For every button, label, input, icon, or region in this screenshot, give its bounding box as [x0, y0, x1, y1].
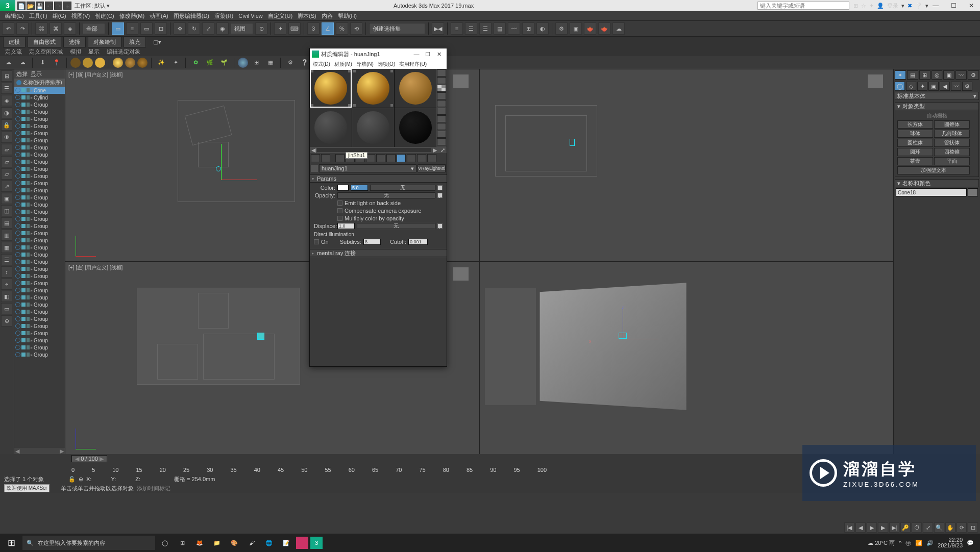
edge-icon[interactable]: 🌐 — [261, 535, 277, 550]
menu-civilview[interactable]: Civil View — [238, 13, 262, 19]
render-icon[interactable] — [27, 110, 30, 114]
coord-y[interactable]: Y: — [111, 476, 116, 482]
unlink-button[interactable]: ⌘ — [50, 22, 62, 35]
arrow-down-icon[interactable]: ⬇ — [36, 57, 48, 69]
curve-editor-button[interactable]: 〰 — [508, 22, 520, 35]
visibility-icon[interactable] — [15, 173, 20, 179]
panel-editsel[interactable]: 编辑选定对象 — [107, 48, 140, 56]
zoom-button[interactable]: 🔍 — [934, 522, 944, 533]
tree-item[interactable]: ▸Group — [14, 258, 65, 265]
render-icon[interactable] — [27, 188, 30, 192]
mat-menu-nav[interactable]: 导航(N) — [356, 61, 374, 68]
next-frame-button[interactable]: ▶ — [878, 522, 888, 533]
help-search[interactable] — [757, 2, 849, 10]
sel3-icon[interactable]: ▱ — [1, 168, 12, 180]
visibility-icon[interactable] — [15, 259, 20, 264]
render-icon[interactable] — [27, 160, 30, 164]
options-icon[interactable] — [437, 115, 446, 122]
tree-item[interactable]: ▸Group — [14, 101, 65, 108]
ref-coord-dropdown[interactable]: 视图 — [231, 23, 253, 34]
tree-item[interactable]: ▸Group — [14, 265, 65, 272]
select-name-button[interactable]: ≡ — [126, 22, 138, 35]
cat-spacewarps[interactable]: 〰 — [951, 82, 961, 91]
visibility-icon[interactable] — [15, 338, 20, 343]
visibility-icon[interactable] — [15, 309, 20, 314]
obj-geosphere[interactable]: 几何球体 — [934, 130, 970, 138]
tray-chevron-icon[interactable]: ^ — [899, 540, 901, 546]
addkey-label[interactable]: 添加时间标记 — [137, 485, 170, 492]
particle-icon[interactable]: ✦ — [169, 57, 182, 69]
3dsmax-taskbar-icon[interactable]: 3 — [310, 537, 323, 549]
expand-icon[interactable]: ▸ — [31, 274, 33, 279]
star2-icon[interactable]: ✦ — [869, 3, 874, 9]
select-similar[interactable]: ◈ — [1, 95, 12, 106]
video-check-icon[interactable] — [437, 100, 446, 107]
tray-date[interactable]: 2021/9/23 — [938, 542, 963, 548]
volume-icon[interactable]: 🔊 — [926, 540, 934, 546]
minimize-button[interactable]: — — [933, 2, 939, 9]
visibility-icon[interactable] — [15, 252, 20, 257]
explorer-icon[interactable]: 📁 — [209, 535, 225, 550]
render-icon[interactable] — [27, 145, 30, 149]
visibility-icon[interactable] — [15, 123, 20, 129]
freeze-icon[interactable] — [21, 310, 26, 314]
put-material-button[interactable] — [321, 154, 330, 162]
freeze-icon[interactable] — [21, 88, 26, 92]
grass-icon[interactable]: ✿ — [189, 57, 202, 69]
project-icon[interactable]: ⊞ — [63, 2, 71, 10]
render-frame-button[interactable]: ▣ — [570, 22, 582, 35]
mat-menu-options[interactable]: 选项(O) — [378, 61, 395, 68]
freeze-icon[interactable] — [21, 267, 26, 271]
settings-icon[interactable]: ⚙ — [284, 57, 297, 69]
material-editor-titlebar[interactable]: 材质编辑器 - huanJing1 — ☐ ✕ — [310, 48, 447, 60]
maximize-viewport-button[interactable]: ⊡ — [968, 522, 978, 533]
object-name-input[interactable] — [896, 188, 967, 196]
visibility-icon[interactable] — [15, 145, 20, 150]
sel12-icon[interactable]: ◧ — [1, 291, 12, 302]
viewport-left-label[interactable]: [+] [左] [用户定义] [线框] — [68, 264, 122, 271]
selection-filter[interactable]: 全部 — [83, 23, 105, 34]
panel-sim[interactable]: 模拟 — [70, 48, 81, 56]
obj-tube[interactable]: 管状体 — [934, 139, 970, 147]
obj-plane[interactable]: 平面 — [934, 157, 970, 165]
expand-icon[interactable]: ▸ — [31, 310, 33, 314]
freeze-icon[interactable] — [21, 224, 26, 228]
redo-button[interactable]: ↷ — [16, 22, 29, 35]
expand-icon[interactable]: ▸ — [31, 131, 33, 136]
render-icon[interactable] — [27, 310, 30, 314]
freeze-icon[interactable] — [21, 131, 26, 135]
axis-icon[interactable]: ↗ — [1, 181, 12, 192]
freeze-icon[interactable] — [21, 167, 26, 171]
expand-icon[interactable]: ▸ — [31, 167, 33, 171]
sel10-icon[interactable]: ↕ — [1, 266, 12, 278]
material-slot-5[interactable] — [352, 108, 394, 147]
opacity-map-enable[interactable]: ✓ — [437, 193, 443, 198]
freeze-icon[interactable] — [21, 217, 26, 221]
displace-map-button[interactable]: 无 — [357, 223, 435, 229]
tree-item[interactable]: ▸Group — [14, 180, 65, 187]
render-icon[interactable] — [27, 238, 30, 242]
visibility-icon[interactable] — [15, 88, 20, 93]
snap-toggle[interactable]: 3 — [307, 22, 320, 35]
connect-icon[interactable]: ⊞ — [853, 3, 858, 9]
render-icon[interactable] — [27, 303, 30, 307]
sort-header[interactable]: 名称(按升序排序) — [23, 79, 62, 86]
cmd-create-tab[interactable]: ✦ — [895, 70, 906, 80]
cmd-motion-tab[interactable]: ◎ — [932, 70, 943, 80]
paint-icon[interactable]: 🖌 — [244, 535, 259, 550]
render-icon[interactable] — [27, 338, 30, 342]
visibility-icon[interactable] — [15, 95, 20, 100]
freeze-icon[interactable] — [21, 253, 26, 257]
color-map-enable[interactable]: ✓ — [437, 185, 443, 190]
material-slot-1[interactable] — [310, 69, 352, 108]
hide-icon[interactable]: 👁 — [1, 132, 12, 143]
sel7-icon[interactable]: ▥ — [1, 230, 12, 241]
tree-item[interactable]: ▸Group — [14, 222, 65, 230]
visibility-icon[interactable] — [15, 216, 20, 221]
menu-create[interactable]: 创建(C) — [95, 12, 114, 20]
cloud-icon[interactable]: ☁ — [16, 57, 29, 69]
object-tree[interactable]: ▸Cone▸Cylind▸Group▸Group▸Group▸Group▸Gro… — [14, 87, 65, 448]
render-icon[interactable] — [27, 95, 30, 99]
freeze-icon[interactable] — [21, 188, 26, 192]
zoom-extents-button[interactable]: ⤢ — [923, 522, 933, 533]
